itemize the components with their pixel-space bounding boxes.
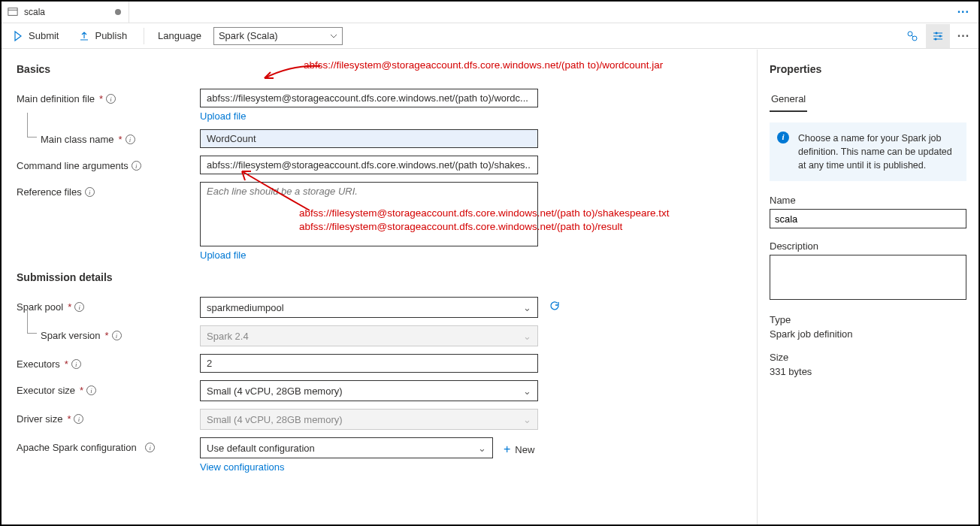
properties-pane: Properties General i Choose a name for y… xyxy=(757,50,978,524)
info-icon[interactable]: i xyxy=(74,302,84,312)
unsaved-dot-icon xyxy=(115,9,121,15)
svg-line-4 xyxy=(912,35,913,37)
upload-icon xyxy=(78,30,90,42)
info-icon[interactable]: i xyxy=(85,187,95,197)
refresh-icon xyxy=(549,300,561,312)
main-class-label: Main class name*i xyxy=(17,129,200,145)
tabs-more-button[interactable]: ··· xyxy=(948,2,978,23)
toolbar: Submit Publish Language Spark (Scala) ··… xyxy=(2,23,978,49)
type-label: Type xyxy=(770,314,966,325)
spark-pool-select[interactable]: sparkmediumpool⌄ xyxy=(200,297,538,318)
tab-title: scala xyxy=(24,7,45,17)
cmd-args-input[interactable] xyxy=(200,156,538,174)
basics-heading: Basics xyxy=(17,63,742,75)
description-label: Description xyxy=(770,240,966,252)
toolbar-separator xyxy=(144,28,144,44)
executor-size-label: Executor size*i xyxy=(17,380,200,396)
plus-icon: + xyxy=(504,443,510,456)
tab-scala[interactable]: scala xyxy=(2,2,129,23)
name-label: Name xyxy=(770,195,966,206)
cmd-args-label: Command line argumentsi xyxy=(17,156,200,171)
language-label: Language xyxy=(158,30,201,41)
spark-conf-label: Apache Spark configuration i xyxy=(17,437,200,453)
size-label: Size xyxy=(770,352,966,363)
upload-main-def-link[interactable]: Upload file xyxy=(200,110,538,122)
name-input[interactable] xyxy=(770,209,966,228)
job-icon xyxy=(8,7,18,17)
more-button[interactable]: ··· xyxy=(951,24,975,48)
refresh-pool-button[interactable] xyxy=(538,297,561,312)
properties-toggle-button[interactable] xyxy=(926,24,950,48)
chevron-down-icon xyxy=(330,32,337,40)
main-def-label: Main definition file*i xyxy=(17,89,200,104)
spark-version-label: Spark version*i xyxy=(17,325,200,341)
executor-size-select[interactable]: Small (4 vCPU, 28GB memory)⌄ xyxy=(200,380,538,401)
description-textarea[interactable] xyxy=(770,255,966,300)
info-icon[interactable]: i xyxy=(112,331,122,340)
svg-rect-0 xyxy=(8,8,17,16)
main-def-input[interactable] xyxy=(200,89,538,107)
submit-button[interactable]: Submit xyxy=(5,27,66,45)
svg-point-6 xyxy=(936,32,938,34)
related-items-button[interactable] xyxy=(900,24,924,48)
svg-point-10 xyxy=(935,38,937,40)
link-icon xyxy=(906,30,918,42)
executors-input[interactable] xyxy=(200,354,538,373)
size-value: 331 bytes xyxy=(770,366,966,377)
main-class-input[interactable] xyxy=(200,129,538,148)
publish-button[interactable]: Publish xyxy=(71,27,135,45)
spark-version-select: Spark 2.4⌄ xyxy=(200,325,538,346)
executors-label: Executors*i xyxy=(17,354,200,370)
info-icon[interactable]: i xyxy=(74,414,83,424)
view-configs-link[interactable]: View configurations xyxy=(200,461,538,473)
spark-pool-label: Spark pool*i xyxy=(17,297,200,313)
language-select[interactable]: Spark (Scala) xyxy=(213,27,343,45)
info-icon[interactable]: i xyxy=(145,443,155,452)
play-icon xyxy=(12,30,24,42)
new-config-button[interactable]: +New xyxy=(493,440,534,456)
spark-conf-select[interactable]: Use default configuration⌄ xyxy=(200,437,493,458)
tab-general[interactable]: General xyxy=(770,89,807,112)
upload-ref-files-link[interactable]: Upload file xyxy=(200,249,538,261)
info-icon[interactable]: i xyxy=(86,385,96,395)
ref-files-label: Reference filesi xyxy=(17,182,200,198)
type-value: Spark job definition xyxy=(770,328,966,340)
svg-point-8 xyxy=(939,35,942,37)
ellipsis-icon: ··· xyxy=(957,29,969,43)
driver-size-select: Small (4 vCPU, 28GB memory)⌄ xyxy=(200,409,538,430)
driver-size-label: Driver size*i xyxy=(17,409,200,425)
info-icon[interactable]: i xyxy=(126,135,135,144)
info-callout: i Choose a name for your Spark job defin… xyxy=(770,122,966,181)
submission-heading: Submission details xyxy=(17,271,742,283)
properties-heading: Properties xyxy=(770,63,966,75)
ref-files-textarea[interactable] xyxy=(200,182,538,246)
info-icon[interactable]: i xyxy=(106,94,116,104)
info-icon[interactable]: i xyxy=(132,161,141,171)
tab-bar: scala ··· xyxy=(2,2,978,23)
form-area: Basics Main definition file*i Upload fil… xyxy=(2,50,757,524)
info-icon[interactable]: i xyxy=(71,359,81,369)
settings-sliders-icon xyxy=(932,30,944,42)
info-icon: i xyxy=(777,132,789,144)
